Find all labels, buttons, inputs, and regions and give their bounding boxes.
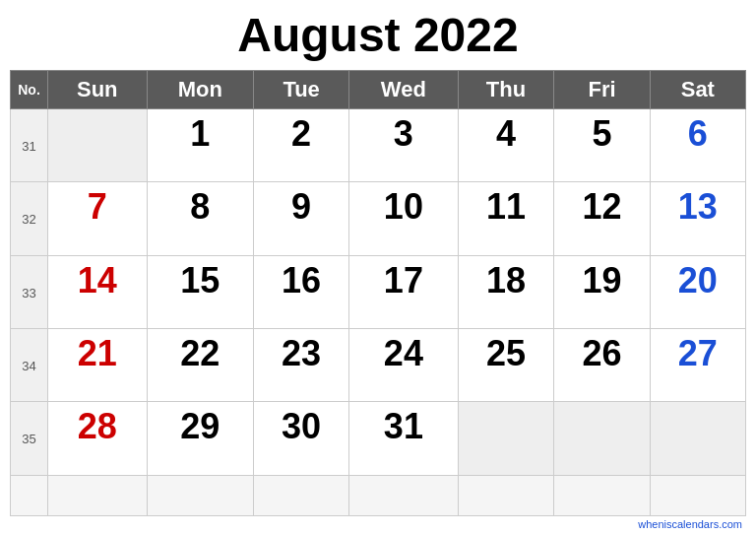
calendar-day[interactable]: 29	[147, 402, 253, 475]
extra-cell	[147, 475, 253, 515]
calendar-day[interactable]: 18	[458, 255, 554, 328]
week-number: 32	[11, 182, 48, 255]
calendar-day[interactable]: 17	[349, 255, 458, 328]
calendar-day[interactable]: 15	[147, 255, 253, 328]
calendar-day[interactable]: 3	[349, 108, 458, 181]
header-no: No.	[11, 70, 48, 108]
week-row-1: 3278910111213	[11, 182, 746, 255]
calendar-day[interactable]: 23	[253, 328, 348, 401]
week-number: 31	[11, 108, 48, 181]
extra-cell	[48, 475, 148, 515]
extra-cell	[253, 475, 348, 515]
header-sun: Sun	[48, 70, 148, 108]
extra-cell	[650, 475, 745, 515]
calendar-day[interactable]: 25	[458, 328, 554, 401]
calendar-day[interactable]: 13	[650, 182, 745, 255]
calendar-day[interactable]: 2	[253, 108, 348, 181]
calendar-day[interactable]: 22	[147, 328, 253, 401]
week-row-0: 31123456	[11, 108, 746, 181]
calendar-day[interactable]: 31	[349, 402, 458, 475]
calendar-day[interactable]: 11	[458, 182, 554, 255]
calendar-day[interactable]: 9	[253, 182, 348, 255]
week-number: 34	[11, 328, 48, 401]
header-tue: Tue	[253, 70, 348, 108]
calendar-day[interactable]: 26	[554, 328, 650, 401]
week-number: 33	[11, 255, 48, 328]
calendar-day[interactable]: 30	[253, 402, 348, 475]
extra-cell	[458, 475, 554, 515]
calendar-day[interactable]: 1	[147, 108, 253, 181]
calendar-day[interactable]: 16	[253, 255, 348, 328]
header-sat: Sat	[650, 70, 745, 108]
calendar-day[interactable]: 21	[48, 328, 148, 401]
footer-link[interactable]: wheniscalendars.com	[638, 518, 742, 530]
header-row: No. Sun Mon Tue Wed Thu Fri Sat	[11, 70, 746, 108]
calendar-day[interactable]: 4	[458, 108, 554, 181]
extra-cell	[349, 475, 458, 515]
calendar-day[interactable]: 5	[554, 108, 650, 181]
extra-cell	[11, 475, 48, 515]
calendar-day[interactable]: 12	[554, 182, 650, 255]
calendar-day[interactable]: 8	[147, 182, 253, 255]
calendar-day[interactable]: 19	[554, 255, 650, 328]
header-mon: Mon	[147, 70, 253, 108]
calendar-container: August 2022 No. Sun Mon Tue Wed Thu Fri …	[0, 0, 756, 535]
footer: wheniscalendars.com	[10, 516, 746, 530]
calendar-day[interactable]	[48, 108, 148, 181]
extra-row	[11, 475, 746, 515]
calendar-day[interactable]: 14	[48, 255, 148, 328]
extra-cell	[554, 475, 650, 515]
calendar-day[interactable]: 20	[650, 255, 745, 328]
calendar-day[interactable]: 27	[650, 328, 745, 401]
calendar-day[interactable]: 24	[349, 328, 458, 401]
calendar-day[interactable]: 7	[48, 182, 148, 255]
header-fri: Fri	[554, 70, 650, 108]
header-thu: Thu	[458, 70, 554, 108]
calendar-title: August 2022	[10, 0, 746, 70]
calendar-day[interactable]	[650, 402, 745, 475]
calendar-day[interactable]: 28	[48, 402, 148, 475]
week-number: 35	[11, 402, 48, 475]
calendar-day[interactable]	[458, 402, 554, 475]
calendar-day[interactable]: 10	[349, 182, 458, 255]
week-row-4: 3528293031	[11, 402, 746, 475]
week-row-3: 3421222324252627	[11, 328, 746, 401]
calendar-day[interactable]	[554, 402, 650, 475]
calendar-table: No. Sun Mon Tue Wed Thu Fri Sat 31123456…	[10, 70, 746, 516]
week-row-2: 3314151617181920	[11, 255, 746, 328]
calendar-day[interactable]: 6	[650, 108, 745, 181]
header-wed: Wed	[349, 70, 458, 108]
